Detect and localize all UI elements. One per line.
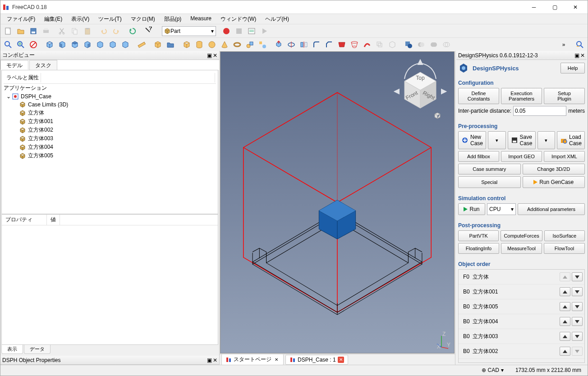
menu-表示(V)[interactable]: 表示(V) (67, 14, 94, 24)
copy-button[interactable] (69, 25, 81, 37)
menu-ヘルプ(H)[interactable]: ヘルプ(H) (261, 14, 294, 24)
thickness-button[interactable] (386, 39, 398, 50)
btab-データ[interactable]: データ (24, 345, 51, 354)
front-view-button[interactable] (56, 39, 68, 50)
intersect-button[interactable] (441, 39, 452, 50)
bottom-view-button[interactable] (107, 39, 119, 50)
cut-button[interactable] (56, 25, 68, 37)
minimize-button[interactable]: ─ (524, 0, 544, 14)
3d-viewport[interactable]: Top Front Right Z Y X (220, 51, 455, 353)
menu-部品(p)[interactable]: 部品(p) (160, 14, 186, 24)
tree-item[interactable]: 立方体002 (13, 126, 216, 134)
cut-bool-button[interactable] (415, 39, 427, 50)
save-button[interactable] (28, 25, 39, 37)
fillet-button[interactable] (311, 39, 322, 50)
union-button[interactable] (428, 39, 440, 50)
ruled-button[interactable] (336, 39, 348, 50)
stop-macro-button[interactable] (233, 25, 245, 37)
move-up-button[interactable] (560, 332, 570, 341)
loft-button[interactable] (349, 39, 360, 50)
whatsthis-button[interactable]: ? (143, 25, 155, 37)
menu-マクロ(M)[interactable]: マクロ(M) (126, 14, 160, 24)
close-button[interactable]: ✕ (565, 0, 586, 14)
tree-root[interactable]: アプリケーション (4, 84, 216, 92)
maximize-button[interactable]: ▢ (544, 0, 565, 14)
tab-タスク[interactable]: タスク (29, 60, 57, 70)
menu-ウィンドウ(W)[interactable]: ウィンドウ(W) (216, 14, 261, 24)
object-order-list[interactable]: F0 立方体B0 立方体001B0 立方体005B0 立方体004B0 立方体0… (458, 269, 585, 363)
shapebuilder-button[interactable] (257, 39, 268, 50)
chevron-down-icon[interactable]: ▾ (501, 367, 504, 373)
torus-button[interactable] (231, 39, 243, 50)
move-down-button[interactable] (572, 287, 583, 296)
close-panel-icon[interactable]: ✕ (213, 357, 217, 363)
config-button[interactable]: Define Constants (458, 88, 499, 104)
execute-macro-button[interactable] (258, 25, 270, 37)
part-create-button[interactable] (152, 39, 164, 50)
mirror-button[interactable] (298, 39, 310, 50)
tab-モデル[interactable]: モデル (0, 60, 28, 70)
post-button-ComputeForces[interactable]: ComputeForces (501, 230, 542, 241)
chamfer-button[interactable] (323, 39, 335, 50)
draw-style-button[interactable] (28, 39, 39, 50)
move-down-button[interactable] (572, 272, 583, 281)
close-tab-icon[interactable]: ✕ (338, 357, 344, 363)
import-geo-button[interactable]: Import GEO (501, 151, 542, 162)
special-button[interactable]: Special (458, 176, 521, 188)
measure-button[interactable] (136, 39, 147, 50)
macro-list-button[interactable] (246, 25, 257, 37)
save-case-dropdown[interactable]: ▾ (537, 131, 555, 149)
new-case-dropdown[interactable]: ▾ (488, 131, 505, 149)
load-case-button[interactable]: Load Case (557, 131, 585, 149)
tree-item[interactable]: 立方体001 (13, 117, 216, 126)
collapse-icon[interactable]: ⌄ (5, 93, 12, 100)
change-3d2d-button[interactable]: Change 3D/2D (523, 164, 585, 174)
toolbar-more-button[interactable]: » (558, 39, 570, 50)
close-tab-icon[interactable]: ✕ (273, 357, 280, 363)
post-button-IsoSurface[interactable]: IsoSurface (544, 230, 585, 241)
property-view[interactable]: プロパティ 値 (1, 214, 218, 345)
undock-icon[interactable]: ▣ (574, 52, 579, 59)
extrude-button[interactable] (273, 39, 285, 50)
config-button[interactable]: Setup Plugin (544, 88, 585, 104)
new-file-button[interactable] (2, 25, 14, 37)
move-down-button[interactable] (572, 302, 583, 311)
left-view-button[interactable] (119, 39, 131, 50)
nav-mode-label[interactable]: CAD (488, 367, 499, 373)
run-gencase-button[interactable]: Run GenCase (523, 176, 585, 188)
print-button[interactable] (40, 25, 52, 37)
add-fillbox-button[interactable]: Add fillbox (458, 151, 499, 162)
tree-item[interactable]: 立方体003 (13, 134, 216, 143)
post-button-MeasureTool[interactable]: MeasureTool (501, 243, 542, 254)
btab-表示[interactable]: 表示 (1, 345, 23, 354)
undo-button[interactable] (98, 25, 110, 37)
post-button-FloatingInfo[interactable]: FloatingInfo (458, 243, 499, 254)
post-button-PartVTK[interactable]: PartVTK (458, 230, 499, 241)
cylinder-button[interactable] (193, 39, 205, 50)
record-macro-button[interactable] (220, 25, 232, 37)
undock-icon[interactable]: ▣ (207, 357, 212, 363)
post-button-FlowTool[interactable]: FlowTool (544, 243, 585, 254)
sweep-button[interactable] (361, 39, 373, 50)
cone-button[interactable] (219, 39, 230, 50)
move-up-button[interactable] (560, 287, 570, 296)
navigation-cube[interactable]: Top Front Right (391, 56, 450, 124)
redo-button[interactable] (110, 25, 122, 37)
menu-編集(E)[interactable]: 編集(E) (40, 14, 67, 24)
fit-selection-button[interactable] (15, 39, 27, 50)
tree-group[interactable]: ⌄ DSPH_Case (4, 92, 216, 101)
paste-button[interactable] (82, 25, 93, 37)
move-up-button[interactable] (560, 317, 570, 326)
menu-ツール(T)[interactable]: ツール(T) (94, 14, 126, 24)
measure-distance-button[interactable] (574, 39, 586, 50)
new-case-button[interactable]: New Case (458, 131, 486, 149)
menu-Measure[interactable]: Measure (186, 14, 216, 24)
save-case-button[interactable]: Save Case (508, 131, 536, 149)
close-panel-icon[interactable]: ✕ (580, 52, 585, 59)
refresh-button[interactable] (127, 25, 138, 37)
close-panel-icon[interactable]: ✕ (213, 52, 217, 59)
ipd-input[interactable] (513, 106, 566, 116)
open-file-button[interactable] (15, 25, 27, 37)
move-up-button[interactable] (560, 347, 570, 356)
help-button[interactable]: Help (560, 63, 585, 73)
